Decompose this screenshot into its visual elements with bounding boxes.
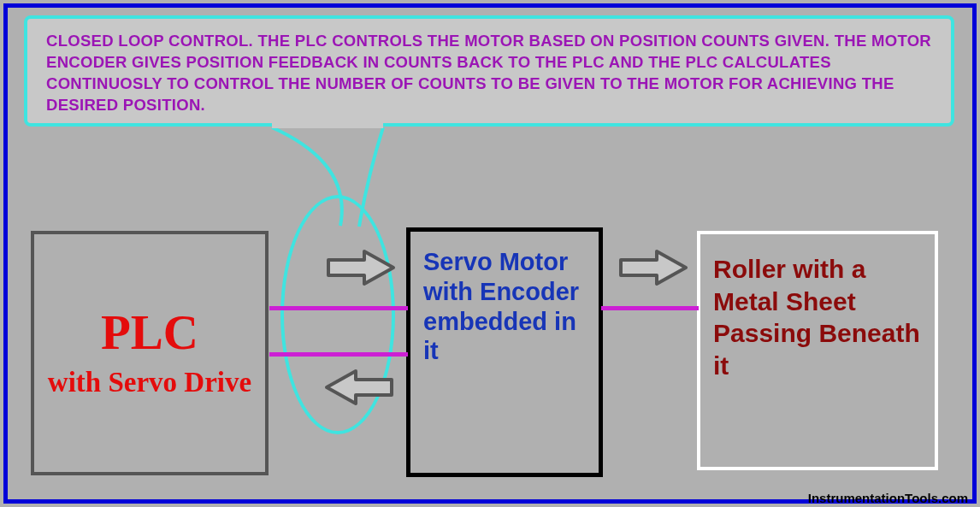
watermark-text: InstrumentationTools.com: [808, 491, 968, 505]
arrow-right-icon: [325, 248, 397, 287]
plc-title: PLC: [101, 308, 198, 357]
servo-motor-box: Servo Motor with Encoder embedded in it: [406, 227, 603, 477]
roller-text: Roller with a Metal Sheet Passing Beneat…: [713, 253, 922, 381]
callout-text: CLOSED LOOP CONTROL. THE PLC CONTROLS TH…: [46, 32, 931, 114]
callout-bubble: CLOSED LOOP CONTROL. THE PLC CONTROLS TH…: [24, 15, 954, 127]
roller-box: Roller with a Metal Sheet Passing Beneat…: [697, 231, 938, 470]
line-servo-to-plc-feedback: [269, 352, 408, 357]
plc-subtitle: with Servo Drive: [48, 367, 251, 399]
line-plc-to-servo-top: [269, 306, 408, 310]
plc-box: PLC with Servo Drive: [31, 231, 269, 475]
servo-text: Servo Motor with Encoder embedded in it: [423, 247, 586, 366]
arrow-left-icon: [323, 368, 395, 407]
line-servo-to-roller: [601, 306, 699, 310]
arrow-right-icon: [617, 248, 689, 287]
